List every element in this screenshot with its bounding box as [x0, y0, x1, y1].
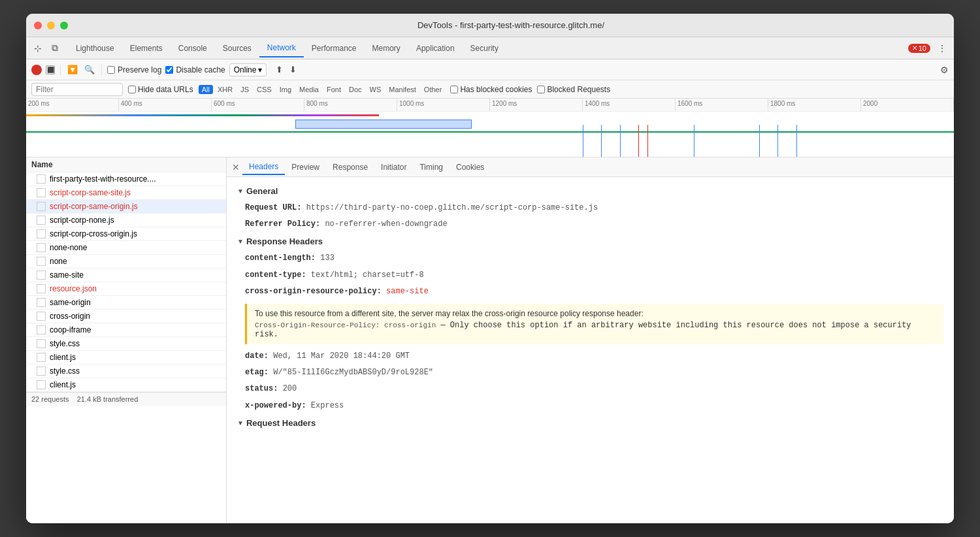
settings-icon[interactable]: ⚙: [940, 65, 949, 75]
tab-application[interactable]: Application: [408, 40, 463, 57]
file-checkbox[interactable]: [37, 312, 46, 321]
tab-memory[interactable]: Memory: [365, 40, 408, 57]
maximize-button[interactable]: [60, 22, 68, 29]
filter-css[interactable]: CSS: [253, 85, 275, 94]
tab-lighthouse[interactable]: Lighthouse: [68, 40, 122, 57]
list-item[interactable]: client.js: [26, 378, 226, 392]
cursor-icon[interactable]: ⊹: [31, 42, 44, 55]
preserve-log-checkbox[interactable]: Preserve log: [107, 65, 161, 74]
tab-timing[interactable]: Timing: [413, 160, 449, 174]
filter-all[interactable]: All: [199, 85, 213, 94]
record-button[interactable]: [31, 65, 42, 75]
list-item[interactable]: first-party-test-with-resource....: [26, 172, 226, 186]
network-timeline[interactable]: 200 ms 400 ms 600 ms 800 ms 1000 ms 1200…: [26, 99, 954, 157]
tab-sources[interactable]: Sources: [215, 40, 259, 57]
filter-font[interactable]: Font: [323, 85, 344, 94]
file-checkbox[interactable]: [37, 298, 46, 307]
list-item[interactable]: same-site: [26, 268, 226, 282]
list-item[interactable]: script-corp-cross-origin.js: [26, 227, 226, 241]
request-headers-section-header[interactable]: ▼ Request Headers: [237, 414, 943, 432]
file-checkbox[interactable]: [37, 366, 46, 376]
filter-manifest[interactable]: Manifest: [385, 85, 419, 94]
corp-val: same-site: [386, 287, 429, 296]
filter-input[interactable]: [31, 83, 123, 96]
file-checkbox[interactable]: [37, 270, 46, 280]
tab-response[interactable]: Response: [326, 160, 374, 174]
list-item[interactable]: client.js: [26, 351, 226, 365]
filter-img[interactable]: Img: [276, 85, 295, 94]
tab-performance[interactable]: Performance: [304, 40, 365, 57]
file-checkbox[interactable]: [37, 188, 46, 197]
timeline-vline-5: [647, 125, 648, 157]
tab-elements[interactable]: Elements: [122, 40, 171, 57]
more-options-icon[interactable]: ⋮: [936, 42, 949, 55]
has-blocked-cookies-checkbox[interactable]: Has blocked cookies: [450, 85, 532, 94]
list-item[interactable]: coop-iframe: [26, 323, 226, 337]
list-item[interactable]: cross-origin: [26, 310, 226, 323]
filter-doc[interactable]: Doc: [346, 85, 365, 94]
close-detail-button[interactable]: ✕: [229, 161, 242, 174]
file-name: client.js: [50, 353, 221, 362]
tick-1600ms: 1600 ms: [676, 99, 768, 111]
request-url-val[interactable]: https://third-party-no-coep.glitch.me/sc…: [306, 203, 598, 212]
list-item[interactable]: script-corp-same-site.js: [26, 186, 226, 200]
hide-data-urls-checkbox[interactable]: Hide data URLs: [128, 85, 193, 94]
file-checkbox[interactable]: [37, 216, 46, 225]
disable-cache-label: Disable cache: [176, 65, 225, 74]
content-type-row: content-type: text/html; charset=utf-8: [237, 267, 943, 284]
filter-js[interactable]: JS: [237, 85, 252, 94]
search-icon[interactable]: 🔍: [83, 63, 96, 76]
timeline-vline-6: [694, 125, 694, 157]
list-item[interactable]: none: [26, 255, 226, 268]
list-item[interactable]: none-none: [26, 241, 226, 255]
devtools-tab-bar: ⊹ ⧉ Lighthouse Elements Console Sources …: [26, 37, 954, 59]
file-checkbox[interactable]: [37, 202, 46, 211]
file-checkbox[interactable]: [37, 243, 46, 252]
file-checkbox[interactable]: [37, 284, 46, 293]
list-item[interactable]: resource.json: [26, 282, 226, 296]
list-item[interactable]: same-origin: [26, 296, 226, 310]
hide-data-urls-input[interactable]: [128, 86, 136, 93]
list-item[interactable]: style.css: [26, 365, 226, 378]
filter-media[interactable]: Media: [296, 85, 322, 94]
request-count: 22 requests: [31, 395, 69, 403]
online-dropdown[interactable]: Online ▾: [229, 63, 267, 76]
disable-cache-input[interactable]: [165, 66, 173, 74]
general-section-header[interactable]: ▼ General: [237, 182, 943, 200]
tab-initiator[interactable]: Initiator: [374, 160, 413, 174]
tab-preview[interactable]: Preview: [285, 160, 326, 174]
upload-icon[interactable]: ⬆: [274, 63, 284, 76]
device-icon[interactable]: ⧉: [48, 42, 61, 55]
list-item[interactable]: script-corp-none.js: [26, 214, 226, 227]
stop-button[interactable]: ⬛: [46, 65, 55, 74]
preserve-log-input[interactable]: [107, 66, 115, 74]
file-checkbox[interactable]: [37, 174, 46, 184]
disable-cache-checkbox[interactable]: Disable cache: [165, 65, 225, 74]
date-key: date:: [245, 351, 269, 361]
tab-headers[interactable]: Headers: [242, 159, 285, 175]
tab-network[interactable]: Network: [259, 39, 304, 57]
blocked-requests-checkbox[interactable]: Blocked Requests: [537, 85, 610, 94]
close-button[interactable]: [34, 22, 42, 29]
has-blocked-cookies-input[interactable]: [450, 86, 458, 93]
file-checkbox[interactable]: [37, 353, 46, 362]
file-checkbox[interactable]: [37, 257, 46, 266]
filter-xhr[interactable]: XHR: [214, 85, 236, 94]
minimize-button[interactable]: [47, 22, 55, 29]
file-checkbox[interactable]: [37, 325, 46, 334]
list-item[interactable]: script-corp-same-origin.js: [26, 200, 226, 214]
file-checkbox[interactable]: [37, 339, 46, 348]
filter-other[interactable]: Other: [421, 85, 446, 94]
filter-ws[interactable]: WS: [367, 85, 385, 94]
download-icon[interactable]: ⬇: [288, 63, 298, 76]
tab-security[interactable]: Security: [463, 40, 506, 57]
filter-icon[interactable]: 🔽: [66, 63, 79, 76]
tab-cookies[interactable]: Cookies: [449, 160, 491, 174]
blocked-requests-input[interactable]: [537, 86, 545, 93]
file-checkbox[interactable]: [37, 380, 46, 389]
has-blocked-cookies-label: Has blocked cookies: [460, 85, 532, 94]
list-item[interactable]: style.css: [26, 337, 226, 351]
tab-console[interactable]: Console: [171, 40, 215, 57]
response-headers-section-header[interactable]: ▼ Response Headers: [237, 233, 943, 250]
file-checkbox[interactable]: [37, 229, 46, 238]
